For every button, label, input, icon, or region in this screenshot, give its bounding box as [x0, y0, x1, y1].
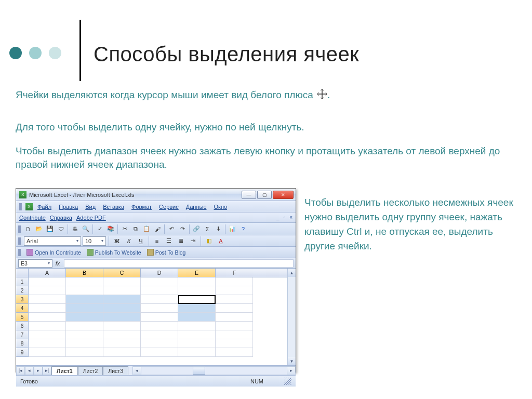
- cell[interactable]: [216, 330, 253, 339]
- bold-button[interactable]: Ж: [112, 236, 122, 246]
- undo-icon[interactable]: ↶: [166, 224, 177, 234]
- menu-view[interactable]: Вид: [83, 204, 98, 210]
- cell[interactable]: [66, 339, 103, 348]
- cell[interactable]: [178, 339, 216, 348]
- doc-minimize-button[interactable]: _: [276, 215, 280, 220]
- cell[interactable]: [103, 304, 141, 313]
- permission-icon[interactable]: 🛡: [56, 224, 66, 234]
- cell[interactable]: [103, 322, 141, 330]
- open-icon[interactable]: 📂: [34, 224, 44, 234]
- last-sheet-button[interactable]: ▸|: [43, 366, 51, 375]
- cell[interactable]: [29, 313, 66, 322]
- col-header-b[interactable]: B: [66, 269, 103, 277]
- cell[interactable]: [216, 313, 253, 322]
- scroll-up-icon[interactable]: ▲: [288, 269, 296, 277]
- first-sheet-button[interactable]: |◂: [16, 366, 25, 375]
- menu-edit[interactable]: Правка: [56, 204, 81, 210]
- cell[interactable]: [141, 330, 178, 339]
- cell[interactable]: [66, 277, 103, 286]
- cell[interactable]: [216, 339, 253, 348]
- col-header-f[interactable]: F: [216, 269, 253, 277]
- align-right-icon[interactable]: ≣: [176, 236, 186, 246]
- cell[interactable]: [29, 286, 66, 295]
- menu-format[interactable]: Формат: [129, 204, 154, 210]
- font-color-icon[interactable]: A: [216, 236, 226, 246]
- cell[interactable]: [216, 286, 253, 295]
- menu-contribute[interactable]: Contribute: [19, 215, 46, 221]
- cell[interactable]: [141, 304, 178, 313]
- row-header[interactable]: 5: [16, 313, 29, 322]
- cell[interactable]: [141, 313, 178, 322]
- cell[interactable]: [141, 322, 178, 330]
- formula-input[interactable]: [64, 259, 294, 268]
- preview-icon[interactable]: 🔍: [81, 224, 91, 234]
- scroll-down-icon[interactable]: ▼: [288, 357, 296, 365]
- cell[interactable]: [29, 322, 66, 330]
- cut-icon[interactable]: ✂: [119, 224, 130, 234]
- maximize-button[interactable]: ▢: [257, 191, 272, 199]
- cell[interactable]: [216, 322, 253, 330]
- cell[interactable]: [66, 286, 103, 295]
- open-in-contribute-button[interactable]: Open In Contribute: [25, 249, 83, 256]
- cell[interactable]: [103, 348, 141, 357]
- paste-icon[interactable]: 📋: [141, 224, 152, 234]
- row-header[interactable]: 1: [16, 277, 29, 286]
- new-icon[interactable]: 🗋: [23, 224, 33, 234]
- redo-icon[interactable]: ↷: [177, 224, 188, 234]
- cell[interactable]: [216, 295, 253, 304]
- menu-data[interactable]: Данные: [183, 204, 209, 210]
- prev-sheet-button[interactable]: ◂: [25, 366, 34, 375]
- copy-icon[interactable]: ⧉: [130, 224, 141, 234]
- cell[interactable]: [216, 304, 253, 313]
- cell[interactable]: [66, 330, 103, 339]
- menu-window[interactable]: Окно: [211, 204, 230, 210]
- hyperlink-icon[interactable]: 🔗: [191, 224, 202, 234]
- row-header[interactable]: 2: [16, 286, 29, 295]
- cell[interactable]: [178, 304, 216, 313]
- row-header[interactable]: 4: [16, 304, 29, 313]
- merge-center-icon[interactable]: ⇥: [188, 236, 198, 246]
- row-header[interactable]: 9: [16, 348, 29, 357]
- help-icon[interactable]: ?: [238, 224, 248, 234]
- sheet-tab-1[interactable]: Лист1: [51, 366, 78, 375]
- underline-button[interactable]: Ч: [136, 236, 146, 246]
- align-left-icon[interactable]: ≡: [152, 236, 162, 246]
- cell[interactable]: [141, 339, 178, 348]
- sort-asc-icon[interactable]: ⬇: [213, 224, 223, 234]
- menu-file[interactable]: Файл: [35, 204, 54, 210]
- menu-insert[interactable]: Вставка: [100, 204, 127, 210]
- cell[interactable]: [29, 348, 66, 357]
- row-header[interactable]: 7: [16, 330, 29, 339]
- col-header-e[interactable]: E: [178, 269, 216, 277]
- cell[interactable]: [178, 348, 216, 357]
- cell[interactable]: [178, 277, 216, 286]
- cell[interactable]: [141, 277, 178, 286]
- cell[interactable]: [29, 295, 66, 304]
- italic-button[interactable]: К: [124, 236, 134, 246]
- row-header[interactable]: 3: [16, 295, 29, 304]
- publish-to-website-button[interactable]: Publish To Website: [85, 249, 143, 256]
- sheet-tab-2[interactable]: Лист2: [78, 366, 103, 375]
- menu-tools[interactable]: Сервис: [156, 204, 181, 210]
- font-size-combo[interactable]: 10: [83, 236, 106, 246]
- post-to-blog-button[interactable]: Post To Blog: [145, 249, 188, 256]
- cell[interactable]: [141, 295, 178, 304]
- resize-grip-icon[interactable]: [284, 378, 291, 385]
- cell[interactable]: [178, 330, 216, 339]
- font-name-combo[interactable]: Arial: [24, 236, 81, 246]
- cell[interactable]: [141, 348, 178, 357]
- cell[interactable]: [178, 322, 216, 330]
- cell[interactable]: [66, 304, 103, 313]
- scroll-left-icon[interactable]: ◂: [132, 366, 141, 375]
- col-header-d[interactable]: D: [141, 269, 178, 277]
- cell[interactable]: [103, 277, 141, 286]
- cell[interactable]: [216, 277, 253, 286]
- sheet-tab-3[interactable]: Лист3: [103, 366, 128, 375]
- cell[interactable]: [66, 322, 103, 330]
- cell[interactable]: [178, 295, 216, 304]
- cell[interactable]: [103, 330, 141, 339]
- research-icon[interactable]: 📚: [105, 224, 116, 234]
- menu-help[interactable]: Справка: [50, 215, 72, 221]
- hscroll-thumb[interactable]: [193, 367, 205, 375]
- print-icon[interactable]: 🖶: [70, 224, 80, 234]
